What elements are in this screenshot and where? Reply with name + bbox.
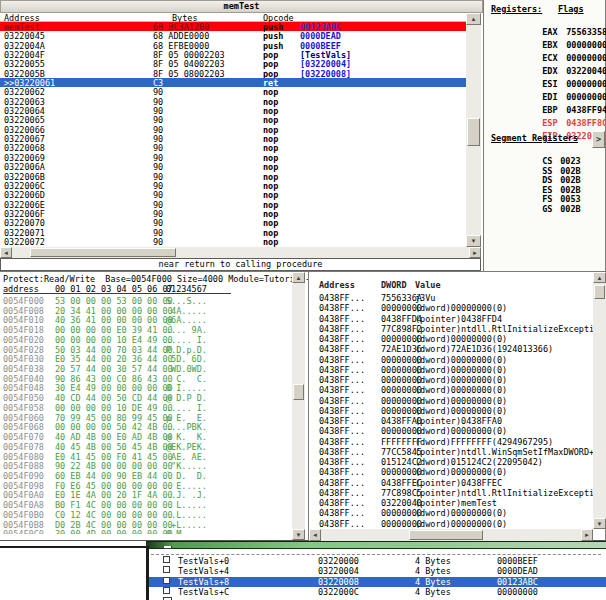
stack-row[interactable]: 0438FF... 00000000 (dword)00000000(0) [309, 467, 593, 477]
segment-register-row[interactable]: ES002B [491, 175, 581, 185]
disasm-row[interactable]: 0322004F 8F 05 00002203 pop [TestVals] [0, 50, 466, 59]
stack-row[interactable]: 0438FF... 77C898F2 (pointer)ntdll.RtlIni… [309, 324, 593, 334]
hex-row[interactable]: 0054F040 90 86 43 00 C0 86 43 00 C. C. [0, 374, 290, 384]
flag-row[interactable]: ZF1 [558, 56, 606, 69]
hex-row[interactable]: 0054F060 70 99 45 00 80 99 45 00 p E. E. [0, 413, 290, 423]
row-checkbox[interactable] [163, 577, 170, 584]
scroll-down-icon[interactable]: ▼ [292, 529, 305, 540]
stack-row[interactable]: 0438FF... 00000000 (dword)00000000(0) [309, 406, 593, 416]
expand-panel-button[interactable]: > [592, 131, 605, 148]
hex-row[interactable]: 0054F020 00 00 00 00 10 E4 49 00 ..... I… [0, 335, 290, 345]
scrollbar-thumb[interactable] [594, 285, 605, 299]
disasm-row[interactable]: 03220055 8F 05 04002203 pop [03220004] [0, 59, 466, 68]
row-checkbox[interactable] [163, 566, 170, 573]
scroll-up-icon[interactable]: ▲ [292, 272, 305, 283]
row-checkbox[interactable] [163, 556, 170, 563]
address-list-row[interactable]: TestVals+0 03220000 4 Bytes 0000BEEF [149, 556, 606, 566]
flag-row[interactable]: SF0 [558, 43, 606, 56]
stack-row[interactable]: 0438FF... 015124C2 (dword)015124C2(22095… [309, 457, 593, 467]
scroll-left-icon[interactable]: ◄ [0, 247, 12, 258]
flag-row[interactable]: DF0 [558, 30, 606, 43]
hex-row[interactable]: 0054F010 40 36 41 00 00 00 00 00 @6A....… [0, 315, 290, 325]
disasm-row[interactable]: 0322006C 90 nop [0, 181, 466, 190]
disasm-row[interactable]: 0322006A 90 nop [0, 162, 466, 171]
stack-row[interactable]: 0438FF... 00000000 (dword)00000000(0) [309, 334, 593, 344]
stack-row[interactable]: 0438FF... 00000000 (dword)00000000(0) [309, 375, 593, 385]
disasm-row[interactable]: 03220070 90 nop [0, 218, 466, 227]
hex-row[interactable]: 0054F048 30 E4 49 00 00 00 00 00 0 I....… [0, 383, 290, 393]
flag-row[interactable]: PF1 [558, 82, 606, 95]
hex-row[interactable]: 0054F078 40 45 4B 00 50 45 4B 00 @EK.PEK… [0, 442, 290, 452]
scroll-right-icon[interactable]: ► [469, 247, 481, 258]
disasm-row[interactable]: 0322006D 90 nop [0, 190, 466, 199]
scrollbar-thumb[interactable] [409, 530, 483, 540]
stack-row[interactable]: 0438FF... 7556336A j3Vu [309, 293, 593, 303]
disasm-row[interactable]: 03220045 68 ADDE0000 push 0000DEAD [0, 31, 466, 40]
stack-vertical-scrollbar[interactable]: ▲ ▼ [593, 272, 606, 529]
hex-row[interactable]: 0054F028 50 03 44 00 70 03 44 00 P.D.p.D… [0, 345, 290, 355]
stack-horizontal-scrollbar[interactable]: ◄ ► [309, 529, 593, 541]
hex-vertical-scrollbar[interactable]: ▲ ▼ [292, 272, 305, 540]
disasm-row[interactable]: 0322005B 8F 05 08002203 pop [03220008] [0, 69, 466, 78]
disasm-row[interactable]: memTest 68 BC3A1200 push 00123ABC [0, 22, 466, 31]
scroll-down-icon[interactable]: ▼ [593, 518, 606, 529]
scrollbar-thumb[interactable] [30, 248, 176, 257]
segment-register-row[interactable]: DS002B [491, 165, 581, 175]
hex-row[interactable]: 0054F050 40 CD 44 00 50 CD 44 00 @ D.P D… [0, 393, 290, 403]
scrollbar-thumb[interactable] [467, 118, 480, 146]
hex-row[interactable]: 0054F0B0 C0 12 4C 00 00 00 00 00 .L..... [0, 510, 290, 520]
hex-row[interactable]: 0054F098 F0 E6 45 00 00 00 00 00 E..... [0, 481, 290, 491]
disasm-row[interactable]: 0322006E 90 nop [0, 200, 466, 209]
scroll-up-icon[interactable]: ▲ [593, 272, 606, 283]
disasm-row[interactable]: 03220067 90 nop [0, 134, 466, 143]
segment-register-row[interactable]: CS0023 [491, 146, 581, 156]
stack-row[interactable]: 0438FF... FFFFFFFF (dword)FFFFFFFF(42949… [309, 437, 593, 447]
hex-row[interactable]: 0054F0C0 30 00 4D 00 00 00 00 00 0.M....… [0, 529, 290, 534]
segment-register-row[interactable]: SS002B [491, 156, 581, 166]
segment-register-row[interactable]: GS002B [491, 194, 581, 204]
hex-row[interactable]: 0054F070 40 AD 4B 00 E0 AD 4B 00 @ K. K. [0, 432, 290, 442]
disasm-row[interactable]: 03220069 90 nop [0, 153, 466, 162]
disasm-row[interactable]: 03220064 90 nop [0, 106, 466, 115]
hex-row[interactable]: 0054F0A8 B0 F1 4C 00 00 00 00 00 L..... [0, 500, 290, 510]
row-checkbox[interactable] [163, 587, 170, 594]
disasm-row[interactable]: 03220071 90 nop [0, 228, 466, 237]
scroll-right-icon[interactable]: ► [581, 529, 593, 541]
address-list-row[interactable]: TestVals+8 03220008 4 Bytes 00123ABC [149, 577, 606, 587]
flag-row[interactable]: AF0 [558, 69, 606, 82]
stack-row[interactable]: 0438FF... 00000000 (dword)00000000(0) [309, 303, 593, 313]
scroll-left-icon[interactable]: ◄ [309, 529, 321, 541]
hex-row[interactable]: 0054F008 20 34 41 00 00 00 00 00 4A..... [0, 306, 290, 316]
hex-row[interactable]: 0054F000 53 00 00 00 53 00 00 00 S...S..… [0, 296, 290, 306]
hex-row[interactable]: 0054F030 E0 35 44 00 20 36 44 00 5D. 6D. [0, 354, 290, 364]
stack-row[interactable]: 0438FF... 00000000 (dword)00000000(0) [309, 385, 593, 395]
scroll-down-icon[interactable]: ▼ [466, 235, 481, 247]
disasm-row[interactable]: 03220068 90 nop [0, 143, 466, 152]
stack-row[interactable]: 0438FF... 00000000 (dword)00000000(0) [309, 508, 593, 518]
hex-row[interactable]: 0054F080 E0 41 45 00 F0 41 45 00 AE. AE. [0, 452, 290, 462]
disassembly-vertical-scrollbar[interactable]: ▲ ▼ [466, 13, 481, 247]
address-list-row[interactable]: TestVals+C 0322000C 4 Bytes 00000000 [149, 587, 606, 597]
address-list-row[interactable]: TestVals+4 03220004 4 Bytes 0000DEAD [149, 566, 606, 576]
hex-row[interactable]: 0054F090 60 EB 44 00 90 EB 44 00 ` D. D. [0, 471, 290, 481]
segment-register-row[interactable]: FS0053 [491, 184, 581, 194]
hex-row[interactable]: 0054F058 00 00 00 00 10 DE 49 00 ..... I… [0, 403, 290, 413]
stack-row[interactable]: 0438FF... 00000000 (dword)00000000(0) [309, 396, 593, 406]
scrollbar-thumb[interactable] [293, 384, 304, 400]
disasm-row[interactable]: 03220072 90 nop [0, 237, 466, 246]
flag-row[interactable]: CF0 [558, 95, 606, 108]
scroll-up-icon[interactable]: ▲ [466, 13, 481, 25]
disasm-row[interactable]: 03220062 90 nop [0, 87, 466, 96]
stack-row[interactable]: 0438FF... 72AE1D36 (dword)72AE1D36(19240… [309, 344, 593, 354]
disasm-row[interactable]: 03220066 90 nop [0, 125, 466, 134]
disasm-row[interactable]: 03220065 90 nop [0, 115, 466, 124]
hex-row[interactable]: 0054F038 20 57 44 00 30 57 44 00 WD.0WD. [0, 364, 290, 374]
hex-row[interactable]: 0054F0A0 E0 1E 4A 00 20 1F 4A 00 .J. .J. [0, 490, 290, 500]
stack-row[interactable]: 0438FF... 0438FFA0 (pointer)0438FFA0 [309, 416, 593, 426]
flag-row[interactable]: OF0 [558, 17, 606, 30]
hex-row[interactable]: 0054F018 00 00 00 00 E0 39 41 00 .... 9A… [0, 325, 290, 335]
disassembly-horizontal-scrollbar[interactable]: ◄ ► [0, 247, 481, 258]
stack-row[interactable]: 0438FF... 0438FFD4 (pointer)0438FFD4 [309, 314, 593, 324]
stack-row[interactable]: 0438FF... 00000000 (dword)00000000(0) [309, 426, 593, 436]
hex-row[interactable]: 0054F068 00 00 00 00 50 42 4B 00 ....PBK… [0, 422, 290, 432]
